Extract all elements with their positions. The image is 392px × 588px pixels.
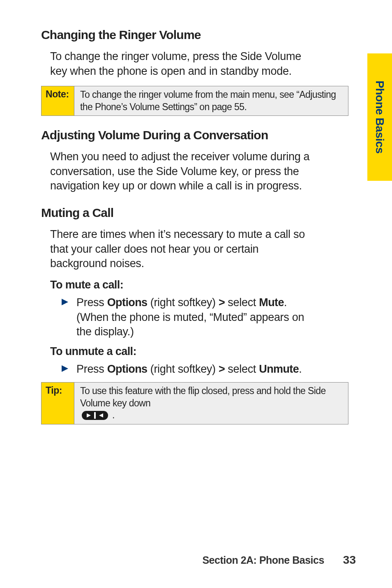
side-tab-label: Phone Basics [373,81,386,154]
svg-marker-1 [62,365,68,372]
t: Press [76,296,107,309]
t-mute: Mute [259,296,284,309]
label-to-unmute: To unmute a call: [50,345,312,358]
body-muting-call: There are times when it’s necessary to m… [50,227,312,271]
t: (right softkey) [148,296,219,309]
t: select [225,363,259,375]
volume-key-icon [82,411,108,420]
step-unmute-text: Press Options (right softkey) > select U… [76,362,302,377]
footer-page-number: 33 [343,553,356,567]
tip-label: Tip: [42,383,74,424]
page-content: Changing the Ringer Volume To change the… [0,0,353,424]
note-callout: Note: To change the ringer volume from t… [41,86,348,116]
t: select [225,296,259,309]
step-unmute: Press Options (right softkey) > select U… [61,362,312,377]
heading-adjusting-volume: Adjusting Volume During a Conversation [41,128,312,142]
body-adjusting-volume: When you need to adjust the receiver vol… [50,150,312,194]
t: (right softkey) [148,363,219,375]
bullet-arrow-icon [61,364,69,377]
note-content: To change the ringer volume from the mai… [74,86,348,115]
svg-marker-0 [62,299,68,305]
t: . [299,363,302,375]
t-unmute: Unmute [259,363,299,375]
t-gt: > [219,296,225,309]
tip-text-before: To use this feature with the flip closed… [80,385,343,409]
t-gt: > [219,363,225,375]
t-options: Options [107,363,148,375]
step-mute-text: Press Options (right softkey) > select M… [76,295,312,339]
bullet-arrow-icon [61,298,69,339]
step-mute: Press Options (right softkey) > select M… [61,295,312,339]
heading-changing-ringer-volume: Changing the Ringer Volume [41,28,312,42]
footer-section: Section 2A: Phone Basics [202,554,324,566]
t-options: Options [107,296,148,309]
note-label: Note: [42,86,74,115]
tip-text-after: . [112,409,115,421]
page-footer: Section 2A: Phone Basics 33 [202,553,356,567]
svg-rect-3 [94,412,96,419]
note-text: To change the ringer volume from the mai… [80,89,343,113]
tip-content: To use this feature with the flip closed… [74,383,348,424]
label-to-mute: To mute a call: [50,279,312,291]
heading-muting-call: Muting a Call [41,206,312,220]
side-tab-phone-basics: Phone Basics [367,53,392,181]
body-ringer-volume: To change the ringer volume, press the S… [50,49,312,78]
t: Press [76,363,107,375]
tip-callout: Tip: To use this feature with the flip c… [41,382,348,424]
